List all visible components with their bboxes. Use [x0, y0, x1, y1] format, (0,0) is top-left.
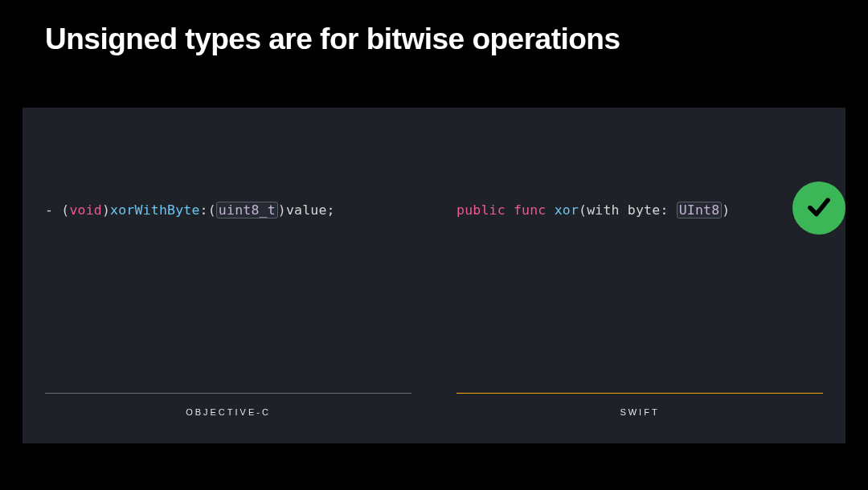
code-method: xorWithByte	[110, 202, 199, 218]
swift-code: public func xor(with byte: UInt8)	[457, 202, 730, 218]
right-column: public func xor(with byte: UInt8) SWIFT	[434, 108, 845, 443]
code-text: )	[722, 202, 730, 218]
check-icon	[804, 191, 834, 225]
code-text: (with byte:	[579, 202, 677, 218]
objc-code: - (void)xorWithByte:(uint8_t)value;	[45, 202, 335, 218]
left-column: - (void)xorWithByte:(uint8_t)value; OBJE…	[23, 108, 434, 443]
right-language-label: SWIFT	[434, 407, 845, 417]
code-text	[547, 202, 555, 218]
code-keyword: public	[457, 202, 506, 218]
code-text: :(	[200, 202, 216, 218]
code-keyword: func	[514, 202, 547, 218]
code-text	[506, 202, 514, 218]
right-divider	[457, 393, 823, 394]
left-divider	[45, 393, 411, 394]
page-title: Unsigned types are for bitwise operation…	[45, 22, 620, 56]
code-comparison-panel: - (void)xorWithByte:(uint8_t)value; OBJE…	[23, 108, 845, 443]
code-method: xor	[555, 202, 579, 218]
code-text: - (	[45, 202, 69, 218]
code-keyword: void	[69, 202, 102, 218]
code-text: )	[102, 202, 110, 218]
code-type-highlighted: UInt8	[677, 202, 723, 218]
code-type-highlighted: uint8_t	[216, 202, 278, 218]
left-language-label: OBJECTIVE-C	[23, 407, 434, 417]
checkmark-badge	[792, 182, 845, 235]
code-text: )value;	[278, 202, 335, 218]
